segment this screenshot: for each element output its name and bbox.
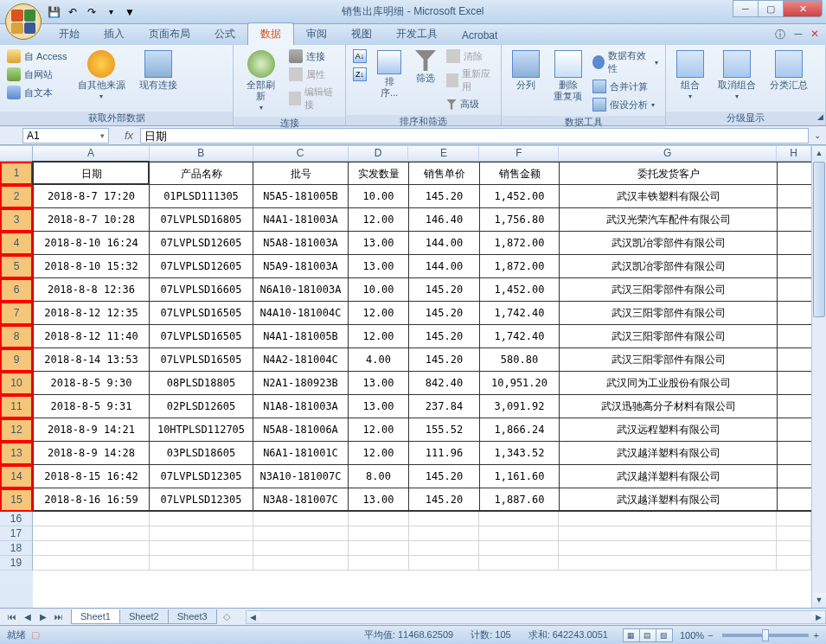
maximize-button[interactable]: ▢ <box>758 0 784 17</box>
data-cell[interactable]: 武汉迅驰高分子材料有限公司 <box>560 395 778 418</box>
data-cell[interactable]: 07LVPLSD16805 <box>150 208 253 231</box>
data-cell[interactable]: 2018-8-5 9:30 <box>33 372 150 394</box>
data-cell[interactable]: 2018-8-15 16:42 <box>33 465 150 488</box>
empty-cell[interactable] <box>33 556 150 570</box>
empty-cell[interactable] <box>253 526 349 540</box>
data-cell[interactable]: 07LVPLSD12305 <box>150 488 253 510</box>
col-header[interactable]: D <box>349 146 409 161</box>
col-header[interactable]: H <box>777 146 811 161</box>
data-cell[interactable]: N4A10-181004C <box>253 302 349 324</box>
select-all-corner[interactable] <box>0 146 33 161</box>
data-cell[interactable]: 144.00 <box>409 232 480 254</box>
empty-cell[interactable] <box>559 526 777 540</box>
empty-cell[interactable] <box>559 556 777 570</box>
data-cell[interactable]: 12.00 <box>349 325 409 348</box>
view-layout-button[interactable]: ▤ <box>639 628 656 642</box>
empty-cell[interactable] <box>33 541 150 555</box>
empty-cell[interactable] <box>253 512 349 526</box>
row-header[interactable]: 3 <box>0 208 33 232</box>
data-cell[interactable]: 武汉凯冶零部件有限公司 <box>560 255 778 277</box>
data-cell[interactable]: 145.20 <box>409 185 480 207</box>
data-cell[interactable]: 1,887.60 <box>480 488 560 510</box>
row-header[interactable]: 12 <box>0 418 33 442</box>
ungroup-button[interactable]: 取消组合▾ <box>713 48 761 102</box>
tab-开始[interactable]: 开始 <box>47 23 92 45</box>
data-cell[interactable]: 1,161.60 <box>480 465 560 488</box>
zoom-level[interactable]: 100% <box>680 630 704 641</box>
row-header[interactable]: 9 <box>0 348 33 372</box>
office-button[interactable] <box>5 3 42 40</box>
data-cell[interactable]: 武汉越洋塑料有限公司 <box>560 488 778 510</box>
empty-cell[interactable] <box>777 512 811 526</box>
empty-cell[interactable] <box>479 512 559 526</box>
minimize-button[interactable]: ─ <box>733 0 759 17</box>
new-sheet-icon[interactable]: ◇ <box>216 611 237 622</box>
data-cell[interactable]: 145.20 <box>409 325 480 348</box>
data-cell[interactable]: 2018-8-5 9:31 <box>33 395 150 418</box>
data-cell[interactable]: 2018-8-9 14:28 <box>33 442 150 464</box>
record-icon[interactable]: ▢ <box>31 629 40 641</box>
horizontal-scrollbar[interactable]: ◀ ▶ <box>246 610 826 624</box>
tab-公式[interactable]: 公式 <box>202 23 247 45</box>
data-cell[interactable]: 1,872.00 <box>480 232 560 254</box>
empty-cell[interactable] <box>777 526 811 540</box>
data-cell[interactable]: 10,951.20 <box>480 372 560 394</box>
vertical-scrollbar[interactable]: ▲ ▼ <box>811 146 826 608</box>
row-header[interactable]: 2 <box>0 185 33 208</box>
fx-icon[interactable]: fx <box>118 129 140 142</box>
data-cell[interactable]: 13.00 <box>349 255 409 277</box>
data-cell[interactable]: 12.00 <box>349 442 409 464</box>
data-cell[interactable]: 13.00 <box>349 488 409 510</box>
data-cell[interactable]: 武汉三阳零部件有限公司 <box>560 278 778 301</box>
data-cell[interactable]: 10.00 <box>349 278 409 301</box>
empty-cell[interactable] <box>150 526 253 540</box>
empty-cell[interactable] <box>253 541 349 555</box>
data-cell[interactable]: 13.00 <box>349 372 409 394</box>
tab-数据[interactable]: 数据 <box>247 22 294 45</box>
data-cell[interactable]: 03PLSD18605 <box>150 442 253 464</box>
empty-cell[interactable] <box>409 556 480 570</box>
undo-icon[interactable]: ↶ <box>66 5 80 19</box>
zoom-in-button[interactable]: + <box>814 630 819 641</box>
row-header[interactable]: 5 <box>0 255 33 278</box>
data-cell[interactable]: 3,091.92 <box>480 395 560 418</box>
header-cell[interactable]: 实发数量 <box>349 163 409 184</box>
refresh-all-button[interactable]: 全部刷新▾ <box>239 48 284 113</box>
data-cell[interactable]: 2018-8-10 15:32 <box>33 255 150 277</box>
zoom-slider[interactable] <box>722 634 809 637</box>
empty-cell[interactable] <box>150 541 253 555</box>
expand-formula-icon[interactable]: ⌄ <box>809 131 826 140</box>
consolidate-button[interactable]: 合并计算 <box>591 79 660 94</box>
data-cell[interactable]: 02PLSD12605 <box>150 395 253 418</box>
redo-icon[interactable]: ↷ <box>85 5 99 19</box>
sort-button[interactable]: 排序... <box>372 48 407 100</box>
data-cell[interactable]: N1A8-181003A <box>253 395 349 418</box>
data-cell[interactable]: 2018-8-12 11:40 <box>33 325 150 348</box>
data-cell[interactable]: 842.40 <box>409 372 480 394</box>
data-cell[interactable]: 07LVPLSD16505 <box>150 348 253 371</box>
row-header[interactable]: 7 <box>0 302 33 325</box>
data-cell[interactable]: 武汉同为工业股份有限公司 <box>560 372 778 394</box>
sheet-nav-prev-icon[interactable]: ◀ <box>21 612 35 622</box>
data-cell[interactable]: 13.00 <box>349 395 409 418</box>
empty-cell[interactable] <box>777 541 811 555</box>
data-cell[interactable]: 07LVPLSD16605 <box>150 278 253 301</box>
data-cell[interactable]: 2018-8-8 12:36 <box>33 278 150 301</box>
data-cell[interactable]: N2A1-180923B <box>253 372 349 394</box>
sheet-tab[interactable]: Sheet1 <box>71 609 120 624</box>
sort-asc-button[interactable]: A↓ <box>351 48 368 64</box>
view-pagebreak-button[interactable]: ▧ <box>656 628 673 642</box>
data-cell[interactable]: 580.80 <box>480 348 560 371</box>
tab-页面布局[interactable]: 页面布局 <box>137 23 202 45</box>
data-cell[interactable]: 武汉越洋塑料有限公司 <box>560 465 778 488</box>
empty-cell[interactable] <box>479 526 559 540</box>
minimize-ribbon-icon[interactable]: ─ <box>794 28 802 42</box>
sort-desc-button[interactable]: Z↓ <box>351 67 368 82</box>
data-cell[interactable]: N5A9-181003A <box>253 255 349 277</box>
help-icon[interactable]: ⓘ <box>775 28 785 42</box>
data-cell[interactable]: 4.00 <box>349 348 409 371</box>
from-web-button[interactable]: 自网站 <box>5 67 69 82</box>
data-cell[interactable]: 144.00 <box>409 255 480 277</box>
data-validation-button[interactable]: 数据有效性▾ <box>591 48 660 76</box>
data-cell[interactable]: 武汉远程塑料有限公司 <box>560 418 778 441</box>
